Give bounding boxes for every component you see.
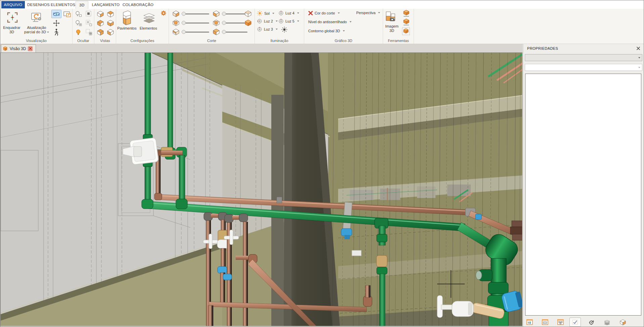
presentation-view-button[interactable] (62, 10, 72, 18)
view-cube-5-button[interactable] (96, 28, 105, 36)
cut-plane-y-slider[interactable] (182, 20, 209, 26)
settings-gear-button[interactable] (160, 9, 167, 17)
group-visualizacao: Enquadrar 3D Atualização parcial do 3D (0, 9, 73, 44)
target-add-button[interactable] (587, 318, 596, 327)
elementos-button[interactable] (142, 11, 156, 25)
dropdown-caret-icon (350, 21, 352, 23)
tab-elementos[interactable]: ELEMENTOS (51, 1, 73, 8)
contorno-global-dropdown[interactable]: Contorno global 3D (308, 29, 345, 33)
pan-icon (53, 20, 60, 27)
hide-type-button[interactable] (74, 19, 83, 27)
cut-plane-x-slider[interactable] (182, 11, 209, 16)
view-cube-6-button[interactable] (106, 28, 115, 36)
bulb-grid-icon (75, 20, 82, 27)
document-tab-close-button[interactable] (28, 46, 33, 51)
hierarchy-view-button[interactable] (556, 318, 565, 327)
elementos-layers-icon (143, 13, 155, 24)
properties-title: PROPRIEDADES (527, 46, 558, 50)
walk-tool-button[interactable] (51, 28, 61, 37)
isolate-selection-button[interactable] (84, 10, 93, 18)
cut-plane-z-button[interactable] (172, 28, 180, 36)
close-icon (29, 47, 32, 50)
tab-lancamento-3d[interactable]: LANÇAMENTO 3D (90, 1, 121, 8)
layers-button[interactable] (602, 318, 611, 327)
combo-caret-button[interactable] (636, 65, 641, 70)
group-configuracoes: Pavimentos Elementos Configurações (116, 9, 169, 44)
luz3-dropdown[interactable]: Luz 3 (257, 27, 278, 32)
image-3d-icon (385, 10, 398, 23)
dropdown-caret-icon (297, 21, 299, 22)
ribbon: Enquadrar 3D Atualização parcial do 3D (0, 9, 644, 44)
perspectiva-dropdown[interactable]: Perspectiva (356, 11, 380, 15)
view-cube-4-button[interactable] (106, 19, 115, 27)
bulb-square-icon (75, 11, 82, 17)
luz2-dropdown[interactable]: Luz 2 (257, 18, 278, 24)
group-iluminacao: Sol Luz 4 Luz 2 (255, 9, 304, 44)
tab-3d[interactable]: 3D (76, 1, 88, 9)
properties-close-button[interactable] (635, 45, 642, 52)
hide-element-button[interactable] (74, 10, 83, 18)
tool-cube-dashed-button[interactable] (401, 27, 411, 36)
document-tab-visao-3d[interactable]: Visão 3D (1, 44, 36, 52)
view-cube-1-button[interactable] (96, 10, 105, 18)
scene-3d (1, 53, 522, 326)
combo-caret-button[interactable] (636, 55, 641, 60)
view-cube-2-button[interactable] (106, 10, 115, 18)
orbit-tool-button[interactable] (51, 10, 61, 18)
viewport-3d[interactable] (0, 52, 522, 326)
show-all-button[interactable] (74, 28, 83, 36)
group-ocultar: Ocultar (73, 9, 94, 44)
sun-icon (257, 10, 263, 16)
pavimentos-button[interactable] (120, 10, 134, 26)
apply-check-button[interactable] (569, 318, 581, 327)
tool-cube-1-button[interactable] (402, 9, 411, 17)
enquadrar-3d-button[interactable] (3, 10, 22, 25)
tab-desenhos[interactable]: DESENHOS (27, 1, 48, 8)
tab-arquivo[interactable]: ARQUIVO (1, 1, 25, 8)
isolate-type-button[interactable] (84, 19, 93, 27)
group-corte: Corte (169, 9, 255, 44)
cut-plane-z2-button[interactable] (212, 28, 221, 36)
cut-solid-cube-button[interactable] (243, 19, 253, 27)
sol-dropdown[interactable]: Sol (257, 10, 274, 16)
luz5-dropdown[interactable]: Luz 5 (278, 18, 299, 24)
tab-colaboracao[interactable]: COLABORAÇÃO (123, 1, 151, 8)
cut-plane-y2-button[interactable] (212, 19, 221, 27)
imagem-3d-button[interactable] (384, 10, 399, 23)
properties-combo-category[interactable] (525, 54, 642, 61)
form-view-button[interactable] (541, 318, 550, 327)
view-3d-tab-icon (3, 46, 8, 51)
box-3d-button[interactable] (618, 318, 627, 327)
walk-person-icon (54, 29, 59, 36)
imagem-3d-label: Imagem 3D (383, 24, 401, 33)
view-cube-3-button[interactable] (96, 19, 105, 27)
light-sphere-icon (257, 18, 262, 24)
gear-icon (160, 10, 167, 16)
properties-toolbar (523, 317, 644, 327)
restore-hidden-button[interactable] (84, 28, 93, 36)
tool-cube-2-button[interactable] (402, 18, 411, 26)
cut-plane-z-slider[interactable] (182, 29, 209, 35)
partial-update-3d-icon (31, 12, 42, 23)
group-ferramentas: Imagem 3D Ferramentas (383, 9, 414, 44)
cut-plane-y-button[interactable] (172, 19, 180, 27)
cut-plane-z2-slider[interactable] (222, 29, 247, 35)
light-sphere-icon (257, 27, 262, 32)
close-icon (636, 46, 640, 50)
screen-arrow-icon (63, 11, 71, 17)
ambient-light-button[interactable] (280, 26, 288, 34)
luz4-dropdown[interactable]: Luz 4 (278, 10, 299, 16)
cor-do-corte-dropdown[interactable]: Cor do corte (308, 11, 340, 15)
cut-plane-x2-button[interactable] (212, 10, 221, 18)
cut-plane-x-button[interactable] (172, 10, 180, 18)
nivel-antisserrilhado-dropdown[interactable]: Nível do antisserrilhado (308, 20, 352, 24)
pavimentos-icon (122, 10, 132, 25)
properties-combo-element[interactable] (525, 64, 642, 71)
atualizacao-parcial-button[interactable] (26, 10, 47, 25)
bulb-on-icon (75, 29, 82, 36)
tree-view-button[interactable] (525, 318, 534, 327)
group-label: Configurações (116, 39, 169, 43)
pan-tool-button[interactable] (51, 19, 61, 27)
dashed-grid-icon (86, 20, 92, 26)
cut-wire-cube-button[interactable] (243, 10, 253, 18)
